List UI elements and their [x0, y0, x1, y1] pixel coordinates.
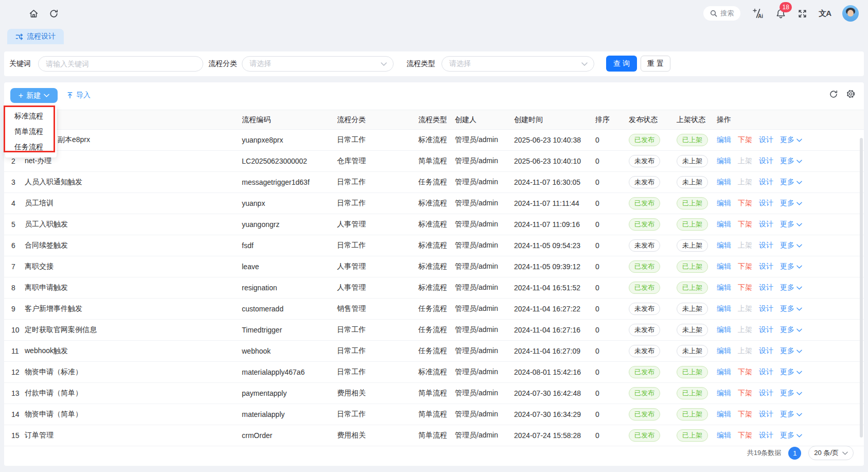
process-code: fsdf [242, 235, 337, 256]
shelf-toggle-link[interactable]: 下架 [738, 431, 752, 439]
more-link[interactable]: 更多 [780, 199, 802, 208]
page-size-select[interactable]: 20 条/页 [808, 446, 854, 460]
more-link[interactable]: 更多 [780, 346, 802, 356]
edit-link[interactable]: 编辑 [717, 368, 731, 376]
edit-link[interactable]: 编辑 [717, 410, 731, 418]
reset-button[interactable]: 重 置 [641, 56, 670, 72]
design-link[interactable]: 设计 [759, 410, 773, 418]
shelf-toggle-link[interactable]: 上架 [738, 325, 752, 334]
menu-item-task-process[interactable]: 任务流程 [5, 139, 57, 154]
more-link[interactable]: 更多 [780, 368, 802, 377]
shelf-status-badge: 未上架 [677, 239, 708, 252]
shelf-toggle-link[interactable]: 下架 [738, 199, 752, 207]
category-select[interactable]: 请选择 [242, 56, 394, 72]
tab-label: 流程设计 [27, 32, 56, 41]
type-select[interactable]: 请选择 [441, 56, 594, 72]
design-link[interactable]: 设计 [759, 368, 773, 376]
edit-link[interactable]: 编辑 [717, 431, 731, 439]
menu-item-simple-process[interactable]: 简单流程 [5, 124, 57, 139]
edit-link[interactable]: 编辑 [717, 346, 731, 355]
chevron-down-icon [796, 244, 802, 248]
notifications-bell-icon[interactable]: 18 [775, 8, 786, 19]
design-link[interactable]: 设计 [759, 283, 773, 291]
design-link[interactable]: 设计 [759, 135, 773, 144]
page-number-button[interactable]: 1 [788, 447, 801, 460]
more-link[interactable]: 更多 [780, 283, 802, 292]
search-placeholder: 搜索 [720, 9, 734, 18]
fullscreen-icon[interactable] [798, 9, 807, 19]
table-row: 11 webhook触发 webhook 日常工作 任务流程 管理员/admin… [4, 341, 864, 362]
refresh-icon[interactable] [49, 9, 59, 19]
process-category: 人事管理 [337, 277, 418, 299]
edit-link[interactable]: 编辑 [717, 156, 731, 165]
process-code: yuangongrz [242, 214, 337, 235]
category-label: 流程分类 [208, 59, 237, 68]
ai-assistant-icon[interactable]: Ai [752, 7, 764, 20]
design-link[interactable]: 设计 [759, 346, 773, 355]
design-link[interactable]: 设计 [759, 262, 773, 270]
tab-process-design[interactable]: 流程设计 [7, 29, 64, 44]
menu-icon[interactable] [9, 10, 19, 17]
edit-link[interactable]: 编辑 [717, 135, 731, 144]
keyword-input[interactable] [38, 56, 203, 72]
edit-link[interactable]: 编辑 [717, 325, 731, 334]
shelf-toggle-link[interactable]: 下架 [738, 410, 752, 418]
more-link[interactable]: 更多 [780, 431, 802, 440]
design-link[interactable]: 设计 [759, 156, 773, 165]
shelf-status-badge: 未上架 [677, 345, 708, 357]
design-link[interactable]: 设计 [759, 220, 773, 228]
translate-icon[interactable]: 文A [819, 9, 831, 19]
edit-link[interactable]: 编辑 [717, 304, 731, 312]
design-link[interactable]: 设计 [759, 199, 773, 207]
process-code: yuanpxe8prx [242, 130, 337, 151]
query-button[interactable]: 查 询 [606, 56, 637, 72]
table-refresh-icon[interactable] [829, 90, 838, 99]
settings-gear-icon[interactable] [846, 89, 856, 99]
shelf-toggle-link[interactable]: 上架 [738, 346, 752, 355]
table-scrollbar[interactable] [860, 138, 863, 438]
design-link[interactable]: 设计 [759, 389, 773, 397]
shelf-toggle-link[interactable]: 下架 [738, 135, 752, 144]
more-link[interactable]: 更多 [780, 410, 802, 419]
edit-link[interactable]: 编辑 [717, 199, 731, 207]
publish-status-badge: 已发布 [629, 408, 660, 421]
more-link[interactable]: 更多 [780, 135, 802, 145]
edit-link[interactable]: 编辑 [717, 262, 731, 270]
svg-text:Ai: Ai [758, 13, 763, 19]
design-link[interactable]: 设计 [759, 241, 773, 249]
edit-link[interactable]: 编辑 [717, 389, 731, 397]
global-search[interactable]: 搜索 [703, 6, 740, 21]
shelf-toggle-link[interactable]: 下架 [738, 389, 752, 397]
shelf-toggle-link[interactable]: 上架 [738, 178, 752, 186]
design-link[interactable]: 设计 [759, 178, 773, 186]
more-link[interactable]: 更多 [780, 389, 802, 398]
more-link[interactable]: 更多 [780, 178, 802, 187]
more-link[interactable]: 更多 [780, 241, 802, 250]
shelf-toggle-link[interactable]: 下架 [738, 220, 752, 228]
home-icon[interactable] [29, 9, 39, 19]
shelf-toggle-link[interactable]: 下架 [738, 368, 752, 376]
edit-link[interactable]: 编辑 [717, 241, 731, 249]
shelf-status-badge: 已上架 [677, 260, 708, 273]
shelf-toggle-link[interactable]: 下架 [738, 262, 752, 270]
avatar[interactable] [842, 5, 859, 22]
more-link[interactable]: 更多 [780, 220, 802, 229]
more-link[interactable]: 更多 [780, 156, 802, 166]
import-button[interactable]: 导入 [66, 91, 91, 100]
menu-item-standard-process[interactable]: 标准流程 [5, 108, 57, 124]
shelf-toggle-link[interactable]: 下架 [738, 283, 752, 291]
design-link[interactable]: 设计 [759, 431, 773, 439]
edit-link[interactable]: 编辑 [717, 178, 731, 186]
more-link[interactable]: 更多 [780, 325, 802, 335]
shelf-toggle-link[interactable]: 上架 [738, 304, 752, 312]
page-size-value: 20 条/页 [814, 448, 839, 458]
shelf-toggle-link[interactable]: 上架 [738, 241, 752, 249]
design-link[interactable]: 设计 [759, 325, 773, 334]
new-button[interactable]: + 新建 [10, 88, 58, 103]
edit-link[interactable]: 编辑 [717, 220, 731, 228]
edit-link[interactable]: 编辑 [717, 283, 731, 291]
more-link[interactable]: 更多 [780, 262, 802, 271]
design-link[interactable]: 设计 [759, 304, 773, 312]
shelf-toggle-link[interactable]: 上架 [738, 156, 752, 165]
more-link[interactable]: 更多 [780, 304, 802, 313]
